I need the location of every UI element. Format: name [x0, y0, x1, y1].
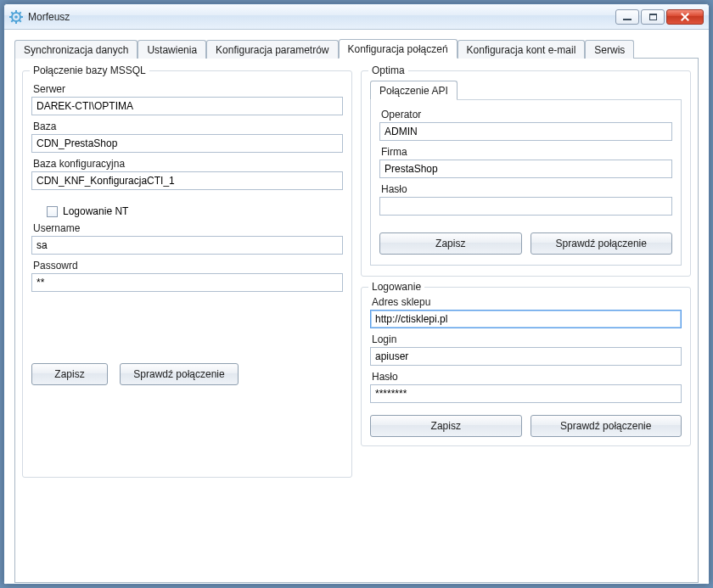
- input-firma[interactable]: [379, 160, 672, 178]
- input-login-haslo[interactable]: [370, 384, 682, 403]
- api-panel: Operator Firma Hasło Zapisz Sprawdź połą…: [370, 100, 682, 266]
- optima-test-button[interactable]: Sprawdź połączenie: [531, 232, 673, 255]
- mssql-buttons: Zapisz Sprawdź połączenie: [31, 363, 343, 385]
- app-icon: [9, 10, 23, 24]
- svg-line-9: [20, 12, 21, 14]
- group-mssql-legend: Połączenie bazy MSSQL: [30, 64, 149, 76]
- checkbox-ntlog[interactable]: [47, 206, 58, 217]
- window-controls: [615, 9, 704, 25]
- label-db: Baza: [33, 120, 343, 132]
- group-logowanie: Logowanie Adres sklepu Login Hasło Zapis…: [361, 287, 691, 446]
- label-username: Username: [33, 222, 343, 234]
- tab-konf-email[interactable]: Konfiguracja kont e-mail: [458, 40, 586, 59]
- label-adres: Adres sklepu: [372, 296, 682, 308]
- input-operator[interactable]: [379, 122, 672, 141]
- login-save-button[interactable]: Zapisz: [370, 415, 522, 437]
- optima-buttons: Zapisz Sprawdź połączenie: [379, 232, 672, 255]
- group-optima: Optima Połączenie API Operator Firma Has…: [361, 70, 691, 277]
- input-username[interactable]: [31, 236, 343, 255]
- left-column: Połączenie bazy MSSQL Serwer Baza Baza k…: [22, 65, 352, 575]
- label-login: Login: [372, 333, 682, 345]
- right-column: Optima Połączenie API Operator Firma Has…: [361, 65, 691, 575]
- minimize-button[interactable]: [615, 9, 639, 25]
- tabstrip: Synchronizacja danych Ustawienia Konfigu…: [14, 38, 699, 59]
- maximize-button[interactable]: [641, 9, 665, 25]
- label-password: Passowrd: [33, 260, 343, 272]
- tab-serwis[interactable]: Serwis: [585, 40, 634, 59]
- svg-line-7: [20, 20, 21, 21]
- app-window: Morfeusz Synchronizacja danych Ustawieni…: [3, 3, 710, 585]
- mssql-save-button[interactable]: Zapisz: [31, 363, 108, 385]
- minimize-icon: [623, 19, 632, 20]
- input-optima-haslo[interactable]: [379, 197, 672, 216]
- tab-ustawienia[interactable]: Ustawienia: [138, 40, 206, 59]
- input-db[interactable]: [31, 134, 343, 153]
- tab-synchronizacja[interactable]: Synchronizacja danych: [14, 40, 138, 59]
- input-cfgdb[interactable]: [31, 171, 343, 190]
- label-operator: Operator: [381, 109, 672, 120]
- label-login-haslo: Hasło: [372, 371, 682, 383]
- window-title: Morfeusz: [28, 11, 615, 23]
- svg-line-8: [11, 20, 13, 21]
- input-adres[interactable]: [370, 310, 682, 328]
- close-icon: [681, 13, 689, 21]
- tab-api[interactable]: Połączenie API: [370, 81, 458, 100]
- label-firma: Firma: [381, 146, 672, 158]
- label-server: Serwer: [33, 83, 343, 95]
- login-test-button[interactable]: Sprawdź połączenie: [531, 415, 682, 437]
- label-ntlog: Logowanie NT: [63, 205, 128, 217]
- input-password[interactable]: [31, 273, 343, 292]
- tab-content: Połączenie bazy MSSQL Serwer Baza Baza k…: [14, 59, 699, 583]
- login-buttons: Zapisz Sprawdź połączenie: [370, 415, 682, 437]
- close-button[interactable]: [666, 9, 704, 25]
- input-login[interactable]: [370, 347, 682, 366]
- svg-point-1: [14, 15, 18, 19]
- tab-konf-polaczen[interactable]: Konfiguracja połączeń: [339, 39, 458, 59]
- group-logowanie-legend: Logowanie: [368, 281, 424, 293]
- svg-line-6: [11, 12, 13, 14]
- label-optima-haslo: Hasło: [381, 183, 672, 195]
- input-server[interactable]: [31, 97, 343, 115]
- maximize-icon: [649, 14, 657, 20]
- row-ntlog: Logowanie NT: [47, 205, 343, 217]
- group-mssql: Połączenie bazy MSSQL Serwer Baza Baza k…: [22, 70, 352, 478]
- group-optima-legend: Optima: [368, 64, 408, 76]
- titlebar[interactable]: Morfeusz: [4, 4, 709, 30]
- label-cfgdb: Baza konfiguracyjna: [33, 158, 343, 170]
- tab-konf-param[interactable]: Konfiguracja parametrów: [206, 40, 338, 59]
- optima-save-button[interactable]: Zapisz: [379, 232, 522, 255]
- mssql-test-button[interactable]: Sprawdź połączenie: [120, 363, 239, 385]
- client-area: Synchronizacja danych Ustawienia Konfigu…: [4, 30, 709, 584]
